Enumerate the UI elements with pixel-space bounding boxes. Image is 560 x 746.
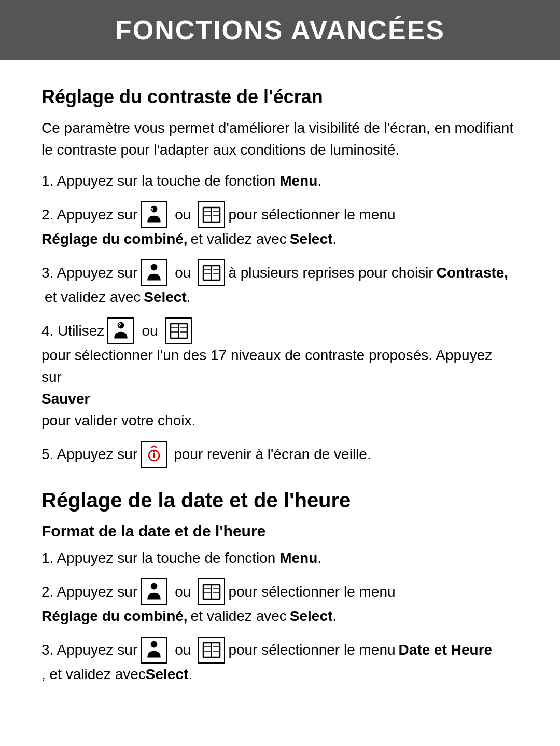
book-icon-1 xyxy=(198,201,225,228)
person-icon-3: ? xyxy=(107,317,134,344)
section1-step3: 3. Appuyez sur ou à plusieurs reprises p… xyxy=(41,259,519,308)
section1-step2: 2. Appuyez sur ? ou pour sélectionner le… xyxy=(41,201,519,250)
section1-intro: Ce paramètre vous permet d'améliorer la … xyxy=(41,117,519,161)
svg-point-26 xyxy=(151,583,158,590)
svg-text:?: ? xyxy=(150,207,154,213)
book-icon-2 xyxy=(198,259,225,286)
svg-text:?: ? xyxy=(118,323,121,328)
person-icon-1: ? xyxy=(141,201,167,228)
svg-point-25 xyxy=(153,451,155,453)
section1-step1: 1. Appuyez sur la touche de fonction Men… xyxy=(41,170,519,192)
person-icon-4 xyxy=(141,578,167,605)
section2-title: Réglage de la date et de l'heure xyxy=(41,489,519,512)
svg-point-33 xyxy=(151,641,158,648)
section2-subsection-title: Format de la date et de l'heure xyxy=(41,522,519,540)
header-banner: FONCTIONS AVANCÉES xyxy=(0,0,560,60)
book-icon-4 xyxy=(198,578,225,605)
svg-point-8 xyxy=(151,264,158,271)
page-title: FONCTIONS AVANCÉES xyxy=(21,15,539,46)
section2-step2: 2. Appuyez sur ou pour sélectionner le m… xyxy=(41,578,519,627)
person-icon-5 xyxy=(141,637,167,664)
book-icon-5 xyxy=(198,637,225,664)
section2-step1: 1. Appuyez sur la touche de fonction Men… xyxy=(41,547,519,569)
section1-step4: 4. Utilisez ? ou pour sélectionner l'un … xyxy=(41,317,519,432)
person-icon-2 xyxy=(141,259,167,286)
section1-title: Réglage du contraste de l'écran xyxy=(41,86,519,108)
book-icon-3 xyxy=(165,317,192,344)
section1-step5: 5. Appuyez sur pour revenir à l'écran de… xyxy=(41,441,519,468)
main-content: Réglage du contraste de l'écran Ce param… xyxy=(0,60,560,736)
section2-step3: 3. Appuyez sur ou pour sélectionner le m… xyxy=(41,637,519,685)
power-icon xyxy=(141,441,167,468)
